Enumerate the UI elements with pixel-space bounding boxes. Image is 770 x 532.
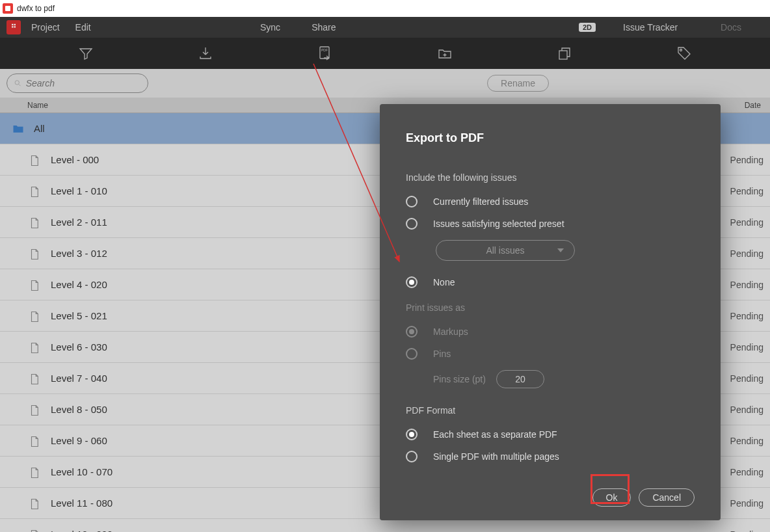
menu-edit[interactable]: Edit — [75, 22, 91, 33]
radio-label: Each sheet as a separate PDF — [433, 429, 557, 440]
file-icon — [29, 216, 42, 229]
file-icon — [29, 341, 42, 354]
preset-dropdown[interactable]: All issues — [436, 240, 575, 261]
export-pdf-dialog: Export to PDF Include the following issu… — [380, 104, 721, 520]
search-input[interactable] — [26, 78, 141, 88]
radio-icon — [406, 326, 418, 338]
file-icon — [29, 466, 42, 479]
radio-icon — [406, 276, 418, 288]
badge-2d[interactable]: 2D — [579, 23, 596, 32]
radio-pins: Pins — [406, 348, 695, 360]
file-name: Level - 000 — [51, 154, 99, 165]
annotation-highlight-ok — [591, 474, 630, 504]
radio-label: Issues satisfying selected preset — [433, 219, 564, 229]
file-icon — [29, 372, 42, 385]
svg-point-3 — [680, 49, 682, 51]
file-icon — [29, 310, 42, 323]
radio-single-pdf[interactable]: Single PDF with multiple pages — [406, 451, 695, 462]
file-name: Level 10 - 070 — [51, 466, 113, 477]
brand-logo-icon[interactable] — [7, 20, 21, 34]
radio-label: Single PDF with multiple pages — [433, 451, 559, 462]
radio-icon — [406, 451, 418, 462]
file-icon — [29, 403, 42, 416]
file-name: Level 9 - 060 — [51, 435, 107, 446]
file-status: Pending — [730, 467, 763, 477]
file-icon — [29, 434, 42, 447]
app-logo-icon — [3, 3, 13, 14]
folder-label: All — [34, 123, 45, 134]
window-title: dwfx to pdf — [17, 4, 55, 13]
file-status: Pending — [730, 311, 763, 321]
file-status: Pending — [730, 280, 763, 290]
file-name: Level 4 - 020 — [51, 279, 107, 290]
file-status: Pending — [730, 217, 763, 228]
pins-size-input[interactable] — [496, 370, 544, 388]
tag-icon[interactable] — [676, 46, 692, 61]
search-box[interactable] — [7, 73, 148, 93]
menu-bar: Project Edit Sync Share 2D Issue Tracker… — [0, 17, 770, 38]
file-name: Level 2 - 011 — [51, 217, 107, 228]
file-name: Level 7 - 040 — [51, 373, 107, 384]
radio-preset-issues[interactable]: Issues satisfying selected preset — [406, 218, 695, 230]
radio-label: Markups — [433, 326, 468, 337]
file-status: Pending — [730, 342, 763, 352]
cancel-button[interactable]: Cancel — [639, 488, 695, 507]
folder-icon — [12, 122, 25, 135]
file-status: Pending — [730, 155, 763, 165]
file-status: Pending — [730, 248, 763, 259]
pins-size-label: Pins size (pt) — [433, 374, 486, 384]
file-icon — [29, 497, 42, 510]
preset-value: All issues — [486, 245, 524, 256]
radio-filtered-issues[interactable]: Currently filtered issues — [406, 196, 695, 207]
file-row[interactable]: Level 12 - 090 Pending — [0, 519, 770, 532]
file-status: Pending — [730, 436, 763, 446]
file-name: Level 11 - 080 — [51, 498, 113, 509]
new-folder-icon[interactable] — [437, 46, 453, 61]
menu-docs: Docs — [721, 22, 741, 33]
svg-rect-2 — [559, 51, 567, 59]
file-name: Level 5 - 021 — [51, 310, 107, 321]
radio-label: Currently filtered issues — [433, 196, 528, 207]
radio-markups: Markups — [406, 326, 695, 338]
file-icon — [29, 247, 42, 260]
import-icon[interactable] — [198, 46, 213, 61]
dialog-title: Export to PDF — [406, 131, 695, 145]
toolbar: PDF — [0, 38, 770, 69]
menu-issue-tracker[interactable]: Issue Tracker — [623, 22, 678, 33]
file-name: Level 3 - 012 — [51, 248, 107, 259]
file-name: Level 12 - 090 — [51, 529, 113, 532]
file-icon — [29, 278, 42, 291]
include-issues-label: Include the following issues — [406, 172, 695, 183]
radio-label: Pins — [433, 349, 451, 359]
pins-size-row: Pins size (pt) — [433, 370, 695, 388]
file-name: Level 6 - 030 — [51, 341, 107, 352]
content-header: Rename — [0, 69, 770, 98]
file-status: Pending — [730, 186, 763, 196]
file-status: Pending — [730, 529, 763, 533]
radio-icon — [406, 218, 418, 230]
menu-share[interactable]: Share — [312, 22, 336, 33]
file-name: Level 8 - 050 — [51, 404, 107, 415]
copy-icon[interactable] — [557, 46, 572, 61]
print-issues-label: Print issues as — [406, 302, 695, 313]
menu-project[interactable]: Project — [31, 22, 60, 33]
column-date: Date — [731, 101, 770, 110]
file-status: Pending — [730, 405, 763, 415]
svg-point-4 — [15, 81, 19, 85]
menu-sync[interactable]: Sync — [260, 22, 280, 33]
filter-icon[interactable] — [78, 46, 94, 61]
file-name: Level 1 - 010 — [51, 185, 107, 196]
window-title-bar: dwfx to pdf — [0, 0, 770, 17]
pdf-format-label: PDF Format — [406, 405, 695, 416]
file-status: Pending — [730, 373, 763, 384]
rename-button[interactable]: Rename — [487, 75, 549, 92]
file-status: Pending — [730, 498, 763, 509]
file-icon — [29, 153, 42, 166]
svg-text:PDF: PDF — [321, 48, 328, 52]
radio-icon — [406, 196, 418, 207]
radio-icon — [406, 348, 418, 360]
export-pdf-icon[interactable]: PDF — [317, 46, 333, 61]
radio-separate-pdf[interactable]: Each sheet as a separate PDF — [406, 429, 695, 440]
file-icon — [29, 528, 42, 533]
radio-none[interactable]: None — [406, 276, 695, 288]
